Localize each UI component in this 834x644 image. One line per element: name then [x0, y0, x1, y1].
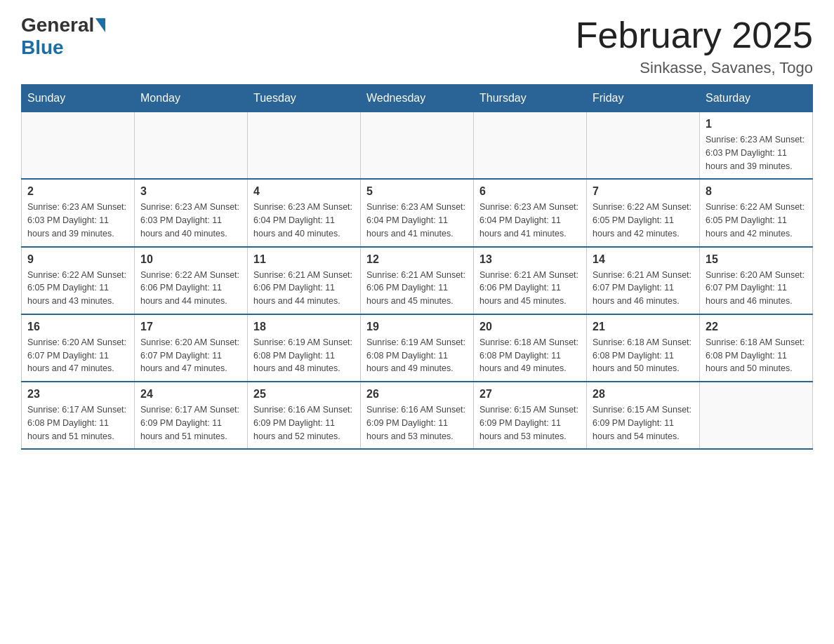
day-number: 12	[366, 253, 468, 266]
day-info: Sunrise: 6:22 AM Sunset: 6:05 PM Dayligh…	[27, 269, 128, 308]
day-number: 14	[593, 253, 694, 266]
day-header-tuesday: Tuesday	[248, 85, 361, 112]
calendar-cell	[700, 382, 813, 449]
calendar-cell: 1Sunrise: 6:23 AM Sunset: 6:03 PM Daylig…	[700, 112, 813, 180]
calendar-table: SundayMondayTuesdayWednesdayThursdayFrid…	[21, 84, 813, 450]
day-number: 2	[27, 185, 128, 198]
day-number: 8	[706, 185, 807, 198]
calendar-cell: 26Sunrise: 6:16 AM Sunset: 6:09 PM Dayli…	[361, 382, 474, 449]
day-info: Sunrise: 6:21 AM Sunset: 6:06 PM Dayligh…	[366, 269, 468, 308]
day-number: 6	[479, 185, 581, 198]
calendar-cell	[248, 112, 361, 180]
calendar-cell	[474, 112, 587, 180]
day-number: 17	[140, 321, 241, 333]
day-info: Sunrise: 6:20 AM Sunset: 6:07 PM Dayligh…	[706, 269, 807, 308]
calendar-cell: 2Sunrise: 6:23 AM Sunset: 6:03 PM Daylig…	[22, 179, 135, 246]
day-number: 28	[593, 388, 694, 401]
calendar-week-row: 2Sunrise: 6:23 AM Sunset: 6:03 PM Daylig…	[22, 179, 813, 246]
calendar-week-row: 23Sunrise: 6:17 AM Sunset: 6:08 PM Dayli…	[22, 382, 813, 449]
logo-blue-text: Blue	[21, 36, 64, 59]
calendar-cell: 17Sunrise: 6:20 AM Sunset: 6:07 PM Dayli…	[135, 314, 248, 382]
day-info: Sunrise: 6:23 AM Sunset: 6:03 PM Dayligh…	[27, 201, 128, 240]
day-number: 23	[27, 388, 128, 401]
day-info: Sunrise: 6:23 AM Sunset: 6:04 PM Dayligh…	[253, 201, 355, 240]
day-info: Sunrise: 6:23 AM Sunset: 6:03 PM Dayligh…	[706, 133, 807, 173]
title-block: February 2025 Sinkasse, Savanes, Togo	[576, 14, 813, 77]
calendar-cell	[22, 112, 135, 180]
day-number: 22	[706, 321, 807, 333]
logo-general-text: General	[21, 14, 94, 36]
day-info: Sunrise: 6:16 AM Sunset: 6:09 PM Dayligh…	[366, 403, 468, 443]
calendar-cell: 5Sunrise: 6:23 AM Sunset: 6:04 PM Daylig…	[361, 179, 474, 246]
day-number: 27	[479, 388, 581, 401]
day-number: 26	[366, 388, 468, 401]
day-header-row: SundayMondayTuesdayWednesdayThursdayFrid…	[22, 85, 813, 112]
day-info: Sunrise: 6:23 AM Sunset: 6:04 PM Dayligh…	[479, 201, 581, 240]
calendar-subtitle: Sinkasse, Savanes, Togo	[576, 59, 813, 77]
calendar-cell: 11Sunrise: 6:21 AM Sunset: 6:06 PM Dayli…	[248, 247, 361, 314]
day-number: 7	[593, 185, 694, 198]
calendar-cell	[587, 112, 700, 180]
day-info: Sunrise: 6:20 AM Sunset: 6:07 PM Dayligh…	[27, 336, 128, 375]
day-number: 9	[27, 253, 128, 266]
day-info: Sunrise: 6:22 AM Sunset: 6:05 PM Dayligh…	[593, 201, 694, 240]
day-number: 24	[140, 388, 241, 401]
day-info: Sunrise: 6:18 AM Sunset: 6:08 PM Dayligh…	[593, 336, 694, 375]
calendar-cell: 9Sunrise: 6:22 AM Sunset: 6:05 PM Daylig…	[22, 247, 135, 314]
calendar-cell: 22Sunrise: 6:18 AM Sunset: 6:08 PM Dayli…	[700, 314, 813, 382]
calendar-cell: 3Sunrise: 6:23 AM Sunset: 6:03 PM Daylig…	[135, 179, 248, 246]
day-info: Sunrise: 6:18 AM Sunset: 6:08 PM Dayligh…	[479, 336, 581, 375]
day-number: 4	[253, 185, 355, 198]
calendar-cell: 28Sunrise: 6:15 AM Sunset: 6:09 PM Dayli…	[587, 382, 700, 449]
logo: General Blue	[21, 14, 107, 59]
day-info: Sunrise: 6:22 AM Sunset: 6:06 PM Dayligh…	[140, 269, 241, 308]
day-info: Sunrise: 6:21 AM Sunset: 6:06 PM Dayligh…	[479, 269, 581, 308]
page-header: General Blue February 2025 Sinkasse, Sav…	[21, 14, 813, 77]
calendar-cell	[135, 112, 248, 180]
calendar-cell: 20Sunrise: 6:18 AM Sunset: 6:08 PM Dayli…	[474, 314, 587, 382]
day-info: Sunrise: 6:17 AM Sunset: 6:09 PM Dayligh…	[140, 403, 241, 443]
calendar-cell: 25Sunrise: 6:16 AM Sunset: 6:09 PM Dayli…	[248, 382, 361, 449]
logo-triangle-icon	[95, 18, 105, 32]
day-info: Sunrise: 6:18 AM Sunset: 6:08 PM Dayligh…	[706, 336, 807, 375]
day-number: 13	[479, 253, 581, 266]
day-number: 18	[253, 321, 355, 333]
calendar-cell: 6Sunrise: 6:23 AM Sunset: 6:04 PM Daylig…	[474, 179, 587, 246]
calendar-cell: 16Sunrise: 6:20 AM Sunset: 6:07 PM Dayli…	[22, 314, 135, 382]
day-number: 11	[253, 253, 355, 266]
day-info: Sunrise: 6:19 AM Sunset: 6:08 PM Dayligh…	[366, 336, 468, 375]
day-number: 16	[27, 321, 128, 333]
day-number: 20	[479, 321, 581, 333]
day-info: Sunrise: 6:16 AM Sunset: 6:09 PM Dayligh…	[253, 403, 355, 443]
day-info: Sunrise: 6:19 AM Sunset: 6:08 PM Dayligh…	[253, 336, 355, 375]
day-number: 10	[140, 253, 241, 266]
calendar-cell: 8Sunrise: 6:22 AM Sunset: 6:05 PM Daylig…	[700, 179, 813, 246]
calendar-cell: 7Sunrise: 6:22 AM Sunset: 6:05 PM Daylig…	[587, 179, 700, 246]
day-header-thursday: Thursday	[474, 85, 587, 112]
day-header-saturday: Saturday	[700, 85, 813, 112]
calendar-cell: 19Sunrise: 6:19 AM Sunset: 6:08 PM Dayli…	[361, 314, 474, 382]
calendar-week-row: 9Sunrise: 6:22 AM Sunset: 6:05 PM Daylig…	[22, 247, 813, 314]
day-number: 15	[706, 253, 807, 266]
day-number: 21	[593, 321, 694, 333]
day-info: Sunrise: 6:20 AM Sunset: 6:07 PM Dayligh…	[140, 336, 241, 375]
calendar-cell: 23Sunrise: 6:17 AM Sunset: 6:08 PM Dayli…	[22, 382, 135, 449]
calendar-cell: 24Sunrise: 6:17 AM Sunset: 6:09 PM Dayli…	[135, 382, 248, 449]
day-info: Sunrise: 6:15 AM Sunset: 6:09 PM Dayligh…	[593, 403, 694, 443]
calendar-cell: 21Sunrise: 6:18 AM Sunset: 6:08 PM Dayli…	[587, 314, 700, 382]
day-info: Sunrise: 6:17 AM Sunset: 6:08 PM Dayligh…	[27, 403, 128, 443]
day-info: Sunrise: 6:15 AM Sunset: 6:09 PM Dayligh…	[479, 403, 581, 443]
calendar-cell: 4Sunrise: 6:23 AM Sunset: 6:04 PM Daylig…	[248, 179, 361, 246]
day-info: Sunrise: 6:21 AM Sunset: 6:07 PM Dayligh…	[593, 269, 694, 308]
calendar-cell: 27Sunrise: 6:15 AM Sunset: 6:09 PM Dayli…	[474, 382, 587, 449]
day-header-friday: Friday	[587, 85, 700, 112]
calendar-cell: 14Sunrise: 6:21 AM Sunset: 6:07 PM Dayli…	[587, 247, 700, 314]
day-info: Sunrise: 6:21 AM Sunset: 6:06 PM Dayligh…	[253, 269, 355, 308]
day-header-sunday: Sunday	[22, 85, 135, 112]
day-info: Sunrise: 6:22 AM Sunset: 6:05 PM Dayligh…	[706, 201, 807, 240]
day-info: Sunrise: 6:23 AM Sunset: 6:04 PM Dayligh…	[366, 201, 468, 240]
day-number: 5	[366, 185, 468, 198]
calendar-cell: 13Sunrise: 6:21 AM Sunset: 6:06 PM Dayli…	[474, 247, 587, 314]
calendar-cell: 18Sunrise: 6:19 AM Sunset: 6:08 PM Dayli…	[248, 314, 361, 382]
day-number: 3	[140, 185, 241, 198]
